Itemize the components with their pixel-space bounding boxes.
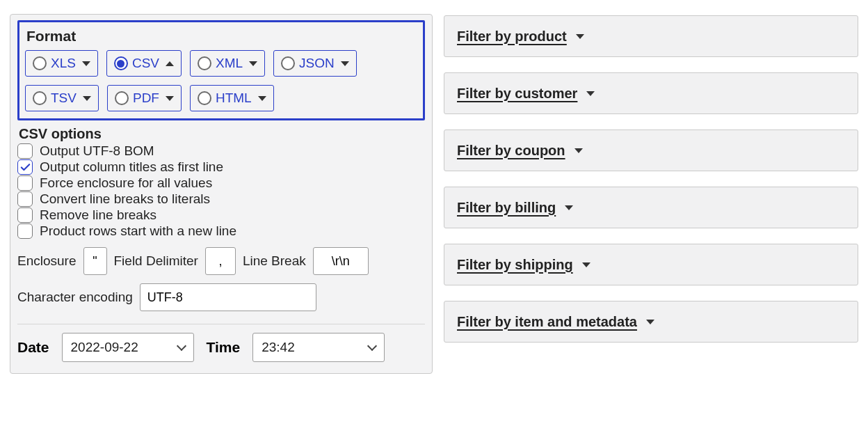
checkbox-row: Force enclosure for all values xyxy=(17,175,425,191)
checkbox-label: Output column titles as first line xyxy=(40,159,223,175)
filter-by-shipping[interactable]: Filter by shipping xyxy=(444,244,858,285)
chevron-down-icon xyxy=(646,320,654,324)
filter-by-customer[interactable]: Filter by customer xyxy=(444,72,858,114)
chevron-down-icon xyxy=(586,91,595,96)
format-option-xml[interactable]: XML xyxy=(190,50,265,77)
filter-by-product[interactable]: Filter by product xyxy=(444,15,858,57)
checkbox-label: Remove line breaks xyxy=(40,207,156,223)
checkbox-label: Force enclosure for all values xyxy=(40,175,212,191)
time-select[interactable]: 23:42 xyxy=(252,333,385,362)
radio-icon xyxy=(198,91,211,105)
date-select[interactable]: 2022-09-22 xyxy=(62,333,194,362)
chevron-down-icon xyxy=(83,96,91,101)
checkbox-row: Product rows start with a new line xyxy=(17,223,425,239)
format-group: Format XLS CSV XML xyxy=(17,20,425,120)
checkbox-product-rows-newline[interactable] xyxy=(17,223,33,239)
checkbox-convert-linebreaks[interactable] xyxy=(17,191,33,207)
format-option-xls[interactable]: XLS xyxy=(25,50,98,77)
format-option-label: XLS xyxy=(51,56,76,71)
chevron-down-icon xyxy=(341,61,349,66)
time-value: 23:42 xyxy=(262,340,295,355)
chevron-down-icon xyxy=(367,341,377,351)
linebreak-input[interactable] xyxy=(313,247,369,275)
filter-label: Filter by customer xyxy=(457,86,577,102)
filters-column: Filter by product Filter by customer Fil… xyxy=(444,14,858,374)
chevron-down-icon xyxy=(176,341,186,351)
checkbox-label: Product rows start with a new line xyxy=(40,223,236,239)
enclosure-input[interactable] xyxy=(83,247,107,275)
radio-icon xyxy=(115,91,129,105)
time-label: Time xyxy=(207,339,241,356)
checkbox-label: Convert line breaks to literals xyxy=(40,191,210,207)
filter-by-coupon[interactable]: Filter by coupon xyxy=(444,129,858,171)
filter-label: Filter by billing xyxy=(457,200,556,216)
chevron-down-icon xyxy=(249,61,257,66)
divider xyxy=(17,324,425,324)
radio-icon xyxy=(281,56,295,70)
enclosure-label: Enclosure xyxy=(17,253,77,269)
radio-icon xyxy=(33,56,47,70)
date-value: 2022-09-22 xyxy=(71,340,138,355)
filter-label: Filter by coupon xyxy=(457,143,565,159)
checkbox-utf8-bom[interactable] xyxy=(17,143,33,159)
format-option-json[interactable]: JSON xyxy=(273,50,357,77)
format-option-label: HTML xyxy=(216,91,252,106)
filter-label: Filter by item and metadata xyxy=(457,314,637,330)
date-label: Date xyxy=(17,339,49,356)
radio-icon xyxy=(198,56,211,70)
chevron-down-icon xyxy=(166,96,174,101)
chevron-down-icon xyxy=(582,262,590,267)
chevron-down-icon xyxy=(82,61,90,66)
format-option-tsv[interactable]: TSV xyxy=(25,85,99,111)
encoding-label: Character encoding xyxy=(17,290,133,305)
checkbox-row: Output column titles as first line xyxy=(17,159,425,175)
radio-icon xyxy=(33,91,47,105)
format-option-csv[interactable]: CSV xyxy=(106,50,182,77)
format-option-html[interactable]: HTML xyxy=(190,85,274,111)
delimiter-input[interactable] xyxy=(205,247,236,275)
checkbox-label: Output UTF-8 BOM xyxy=(40,143,154,159)
checkbox-row: Convert line breaks to literals xyxy=(17,191,425,207)
format-title: Format xyxy=(26,28,417,45)
filter-label: Filter by shipping xyxy=(457,257,573,273)
checkbox-remove-linebreaks[interactable] xyxy=(17,207,33,223)
filter-by-billing[interactable]: Filter by billing xyxy=(444,187,858,228)
format-option-label: JSON xyxy=(299,56,335,71)
chevron-up-icon xyxy=(166,61,174,66)
filter-by-item-metadata[interactable]: Filter by item and metadata xyxy=(444,301,858,343)
chevron-down-icon xyxy=(258,96,266,101)
format-option-label: CSV xyxy=(132,56,159,71)
format-option-pdf[interactable]: PDF xyxy=(107,85,182,111)
chevron-down-icon xyxy=(565,205,573,210)
csv-options-title: CSV options xyxy=(19,126,425,142)
checkbox-row: Output UTF-8 BOM xyxy=(17,143,425,159)
format-option-label: XML xyxy=(216,56,243,71)
checkbox-force-enclosure[interactable] xyxy=(17,175,33,191)
checkbox-column-titles[interactable] xyxy=(17,159,33,175)
format-option-label: TSV xyxy=(51,91,77,106)
chevron-down-icon xyxy=(576,34,584,39)
radio-icon xyxy=(114,56,128,70)
checkbox-row: Remove line breaks xyxy=(17,207,425,223)
delimiter-label: Field Delimiter xyxy=(114,253,198,269)
linebreak-label: Line Break xyxy=(243,253,306,269)
chevron-down-icon xyxy=(574,148,583,153)
filter-label: Filter by product xyxy=(457,29,567,45)
export-settings-panel: Format XLS CSV XML xyxy=(10,14,433,374)
encoding-input[interactable] xyxy=(140,283,316,311)
format-option-label: PDF xyxy=(133,91,159,106)
check-icon xyxy=(19,162,31,173)
